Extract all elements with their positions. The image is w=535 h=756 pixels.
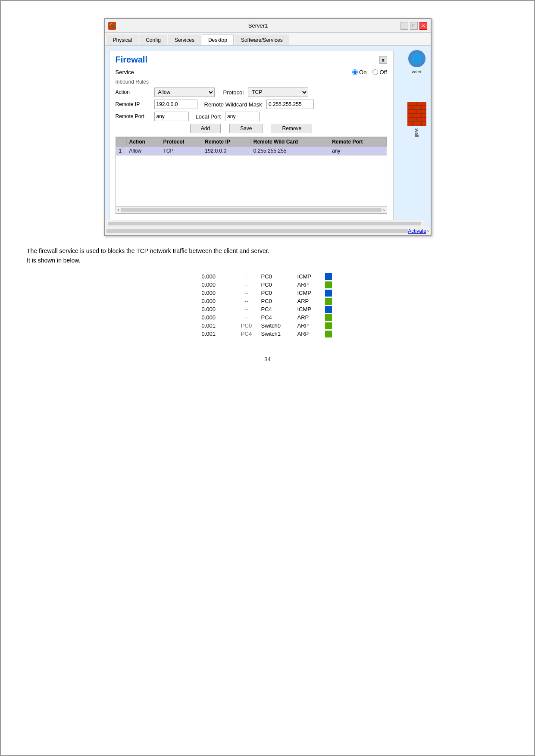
local-port-label: Local Port xyxy=(196,113,221,120)
table-header-row: Action Protocol Remote IP Remote Wild Ca… xyxy=(116,137,386,147)
network-log-row: 0.000 -- PC0 ICMP xyxy=(202,273,334,280)
rules-table: Action Protocol Remote IP Remote Wild Ca… xyxy=(116,137,387,156)
content-scrollbar-bottom[interactable] xyxy=(105,220,425,227)
action-select[interactable]: Allow Deny xyxy=(154,87,215,97)
activate-arrow: › xyxy=(427,228,429,234)
log-proto: ARP xyxy=(297,322,323,329)
log-proto: ARP xyxy=(297,281,323,288)
log-color xyxy=(325,314,332,321)
log-time: 0.000 xyxy=(202,273,232,280)
network-log-row: 0.000 -- PC4 ARP xyxy=(202,314,334,321)
wildcard-label: Remote Wildcard Mask xyxy=(204,101,262,108)
minimize-button[interactable]: – xyxy=(400,22,408,30)
save-button[interactable]: Save xyxy=(229,124,263,133)
remote-port-label: Remote Port xyxy=(116,113,150,119)
window-bottom-bar: Activate › xyxy=(105,227,431,235)
close-button[interactable]: ✕ xyxy=(419,22,427,30)
firewall-title: Firewall xyxy=(116,55,147,65)
protocol-select[interactable]: TCP UDP ICMP xyxy=(248,87,308,97)
rules-table-scrollarea[interactable]: Action Protocol Remote IP Remote Wild Ca… xyxy=(116,137,387,206)
log-arrow: -- xyxy=(234,306,260,312)
scroll-right-btn[interactable]: › xyxy=(383,207,385,212)
protocol-label: Protocol xyxy=(223,89,244,96)
log-time: 0.001 xyxy=(202,331,232,337)
log-arrow: PC4 xyxy=(234,331,260,337)
add-button[interactable]: Add xyxy=(190,124,221,133)
simulator-window: 🔌 Server1 – □ ✕ Physical Config Services… xyxy=(104,18,432,236)
scroll-left-btn[interactable]: ‹ xyxy=(118,207,119,212)
log-proto: ARP xyxy=(297,298,323,304)
tab-physical[interactable]: Physical xyxy=(106,34,139,45)
log-proto: ICMP xyxy=(297,273,323,280)
tab-desktop[interactable]: Desktop xyxy=(202,34,234,45)
col-wildcard: Remote Wild Card xyxy=(250,137,329,147)
inbound-rules-label: Inbound Rules xyxy=(116,79,387,85)
tab-software-services[interactable]: Software/Services xyxy=(235,34,289,45)
wildcard-input[interactable] xyxy=(266,100,314,109)
titlebar: 🔌 Server1 – □ ✕ xyxy=(105,19,431,33)
description-line2: It is shown in below. xyxy=(27,256,508,265)
browser-icon: 🌐 xyxy=(408,50,425,67)
log-dst: PC4 xyxy=(261,314,296,321)
window-content: Firewall x Service On Off Inb xyxy=(105,46,431,227)
log-time: 0.000 xyxy=(202,290,232,296)
log-dst: PC0 xyxy=(261,290,296,296)
right-side-icons: 🌐 wser :wall xyxy=(407,50,426,137)
tab-config[interactable]: Config xyxy=(139,34,167,45)
wall-label: :wall xyxy=(414,128,419,137)
row-protocol: TCP xyxy=(160,147,202,156)
table-row[interactable]: 1 Allow TCP 192.0.0.0 0.255.255.255 any xyxy=(116,147,386,156)
nav-tabs: Physical Config Services Desktop Softwar… xyxy=(105,33,431,46)
log-dst: PC0 xyxy=(261,273,296,280)
row-wildcard: 0.255.255.255 xyxy=(250,147,329,156)
wser-label: wser xyxy=(412,69,422,74)
log-time: 0.000 xyxy=(202,306,232,312)
radio-off-label[interactable]: Off xyxy=(372,69,387,75)
row-num: 1 xyxy=(116,147,126,156)
remote-ip-input[interactable] xyxy=(154,100,197,109)
col-action: Action xyxy=(126,137,160,147)
log-dst: Switch1 xyxy=(261,331,296,337)
service-row: Service On Off xyxy=(116,69,387,75)
log-arrow: -- xyxy=(234,314,260,321)
firewall-header: Firewall x xyxy=(116,55,387,65)
log-dst: PC4 xyxy=(261,306,296,312)
maximize-button[interactable]: □ xyxy=(410,22,418,30)
col-remote-ip: Remote IP xyxy=(202,137,250,147)
log-proto: ARP xyxy=(297,314,323,321)
tab-services[interactable]: Services xyxy=(168,34,201,45)
service-radio-group: On Off xyxy=(352,69,387,75)
log-arrow: -- xyxy=(234,298,260,304)
log-time: 0.001 xyxy=(202,322,232,329)
radio-on-label[interactable]: On xyxy=(352,69,366,75)
action-label: Action xyxy=(116,89,150,95)
log-color xyxy=(325,331,332,337)
app-icon: 🔌 xyxy=(108,22,116,30)
log-proto: ICMP xyxy=(297,290,323,296)
local-port-input[interactable] xyxy=(225,112,260,121)
description-block: The firewall service is used to blocks t… xyxy=(27,246,508,266)
log-color xyxy=(325,298,332,305)
window-title: Server1 xyxy=(116,22,400,29)
network-log-row: 0.000 -- PC0 ARP xyxy=(202,298,334,305)
activate-link[interactable]: Activate xyxy=(408,228,426,234)
log-color xyxy=(325,273,332,280)
log-time: 0.000 xyxy=(202,298,232,304)
log-arrow: PC0 xyxy=(234,322,260,329)
service-label: Service xyxy=(116,69,134,75)
radio-on[interactable] xyxy=(352,69,358,75)
firewall-close-button[interactable]: x xyxy=(379,56,387,64)
action-protocol-row: Action Allow Deny Protocol TCP UDP ICMP xyxy=(116,87,387,97)
radio-off[interactable] xyxy=(372,69,378,75)
form-buttons: Add Save Remove xyxy=(116,124,387,133)
row-action: Allow xyxy=(126,147,160,156)
remote-port-input[interactable] xyxy=(154,112,189,121)
log-dst: Switch0 xyxy=(261,322,296,329)
log-color xyxy=(325,281,332,288)
log-color xyxy=(325,322,332,329)
network-log-row: 0.000 -- PC0 ARP xyxy=(202,281,334,288)
network-log-row: 0.001 PC0 Switch0 ARP xyxy=(202,322,334,329)
rules-table-container: Action Protocol Remote IP Remote Wild Ca… xyxy=(116,137,387,214)
remove-button[interactable]: Remove xyxy=(272,124,313,133)
col-protocol: Protocol xyxy=(160,137,202,147)
